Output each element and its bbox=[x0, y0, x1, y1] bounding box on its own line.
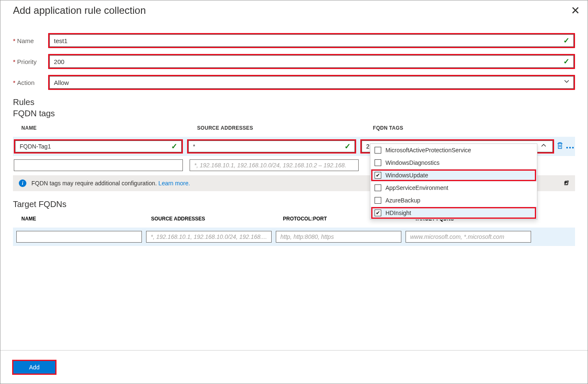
action-label: Action bbox=[17, 79, 48, 86]
col-header-tags: FQDN TAGS bbox=[373, 125, 575, 131]
check-icon: ✓ bbox=[563, 36, 570, 45]
dd-option-hdinsight[interactable]: ✔ HDInsight bbox=[370, 207, 537, 219]
dd-option-windowsdiagnostics[interactable]: WindowsDiagnostics bbox=[370, 156, 537, 169]
name-input[interactable] bbox=[49, 34, 574, 47]
dd-option-appservice[interactable]: AppServiceEnvironment bbox=[370, 182, 537, 194]
dd-option-label: WindowsDiagnostics bbox=[385, 159, 439, 166]
col-header-source: SOURCE ADDRESSES bbox=[151, 216, 283, 222]
action-value: Allow bbox=[54, 79, 69, 86]
checkbox-icon bbox=[375, 159, 381, 166]
target-source-input[interactable] bbox=[146, 231, 272, 243]
more-icon[interactable] bbox=[566, 142, 574, 151]
svg-point-0 bbox=[566, 147, 568, 148]
dd-option-label: AppServiceEnvironment bbox=[385, 184, 448, 191]
page-title: Add application rule collection bbox=[13, 5, 146, 16]
rules-heading: Rules bbox=[0, 97, 588, 107]
learn-more-link[interactable]: Learn more. bbox=[159, 180, 190, 187]
check-icon: ✓ bbox=[563, 57, 570, 66]
priority-input[interactable] bbox=[49, 55, 574, 68]
fqdn-name-input[interactable] bbox=[15, 141, 182, 152]
delete-icon[interactable] bbox=[557, 142, 563, 151]
close-icon[interactable]: ✕ bbox=[571, 5, 580, 16]
checkbox-checked-icon: ✔ bbox=[375, 210, 381, 216]
info-text: FQDN tags may require additional configu… bbox=[31, 180, 157, 187]
fqdn-source-input[interactable] bbox=[188, 141, 355, 152]
col-header-source: SOURCE ADDRESSES bbox=[197, 125, 373, 131]
chevron-down-icon bbox=[564, 79, 570, 86]
required-marker: * bbox=[13, 79, 15, 86]
dd-option-label: HDInsight bbox=[385, 210, 411, 216]
dd-option-azurebackup[interactable]: AzureBackup bbox=[370, 194, 537, 207]
dd-option-windowsupdate[interactable]: ✔ WindowsUpdate bbox=[370, 169, 537, 182]
checkbox-checked-icon: ✔ bbox=[375, 172, 381, 179]
chevron-up-icon bbox=[541, 143, 547, 150]
svg-point-1 bbox=[569, 147, 571, 148]
checkbox-icon bbox=[375, 147, 381, 154]
required-marker: * bbox=[13, 37, 15, 44]
checkbox-icon bbox=[375, 184, 381, 191]
checkbox-icon bbox=[375, 197, 381, 204]
target-fqdns-input[interactable] bbox=[406, 231, 531, 243]
add-button[interactable]: Add bbox=[13, 361, 55, 374]
check-icon: ✓ bbox=[171, 142, 177, 151]
check-icon: ✓ bbox=[344, 142, 351, 151]
svg-point-2 bbox=[572, 147, 574, 148]
target-name-input[interactable] bbox=[16, 231, 142, 243]
col-header-name: NAME bbox=[21, 125, 197, 131]
dd-option-ms-protection[interactable]: MicrosoftActiveProtectionService bbox=[370, 144, 537, 156]
col-header-name: NAME bbox=[21, 216, 151, 222]
name-label: Name bbox=[17, 37, 48, 44]
required-marker: * bbox=[13, 58, 15, 65]
priority-label: Priority bbox=[17, 58, 48, 65]
fqdn-name-input-new[interactable] bbox=[14, 159, 183, 171]
external-link-icon[interactable] bbox=[563, 180, 569, 187]
dd-option-label: AzureBackup bbox=[385, 197, 420, 204]
target-protocol-input[interactable] bbox=[276, 231, 401, 243]
dd-option-label: WindowsUpdate bbox=[385, 172, 428, 179]
info-icon: i bbox=[19, 179, 26, 187]
fqdn-tags-heading: FQDN tags bbox=[0, 109, 588, 118]
action-select[interactable]: Allow bbox=[49, 76, 574, 89]
fqdn-tags-options-panel: MicrosoftActiveProtectionService Windows… bbox=[370, 143, 537, 220]
dd-option-label: MicrosoftActiveProtectionService bbox=[385, 147, 471, 154]
fqdn-source-input-new[interactable] bbox=[190, 159, 359, 171]
